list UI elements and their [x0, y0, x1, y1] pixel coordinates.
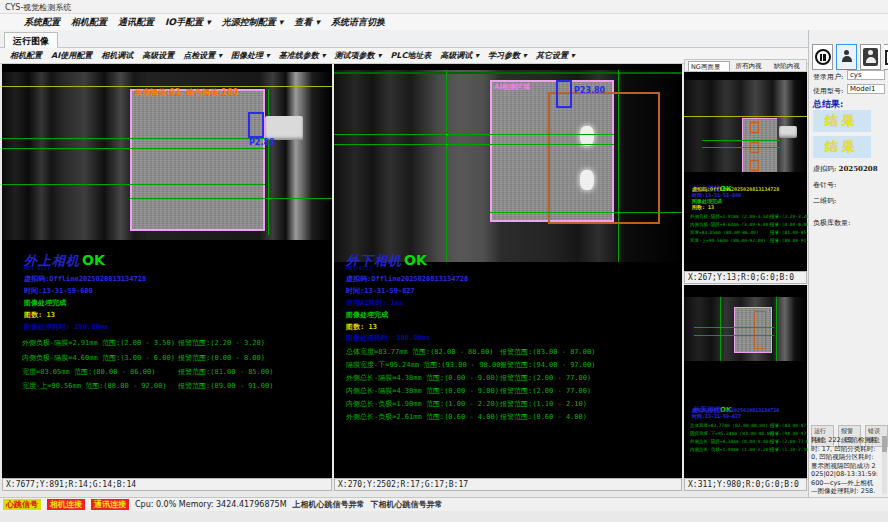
status-ok: OK [80, 252, 105, 268]
elapsed-line: 图像处理耗时: 180.00ms [346, 333, 430, 343]
roi-label: AI检测区域 [494, 82, 530, 92]
alarm-range: 报警范围:(1.10 - 2.10) [500, 399, 587, 409]
measure-line [2, 184, 265, 185]
thumbnail-panel-upper[interactable]: 外上相机OK 虚拟码:Offline2025020813134728 时间:13… [684, 72, 807, 284]
ai-detect-box [548, 92, 660, 224]
measure-line [702, 147, 780, 148]
exit-door-icon: → [885, 50, 888, 65]
alarm-range: 报警范围:(89.00 - 91.00) [178, 381, 273, 391]
tab-row: 运行图像 [0, 30, 888, 48]
user-icon [841, 50, 853, 64]
pixel-coords-thumb-lower: X:311;Y:980;R:0;G:0;B:0 [684, 478, 807, 491]
tool-learning-params[interactable]: 学习参数 ▾ [488, 50, 527, 61]
measurement-row: 内侧总长-负极=1.90mm 范围:(1.00 - 2.20) [346, 399, 499, 409]
status-bar: 心跳信号 相机连接 通讯连接 Cpu: 0.0% Memory: 3424.41… [0, 497, 888, 511]
pause-button[interactable] [812, 44, 833, 70]
weld-spot [580, 126, 594, 146]
ai-elapsed-line: 使用AI耗时: 1ms [346, 298, 404, 308]
measurement-row: 外侧总长-隔膜=4.38mm 范围:(0.00 - 9.00) [346, 373, 499, 383]
user-login-button[interactable] [836, 44, 857, 70]
tab-all-views[interactable]: 所有内视图 [736, 62, 768, 71]
marker-box-upper [248, 112, 264, 138]
measure-line [694, 327, 774, 328]
log-scrollbar[interactable] [882, 436, 887, 494]
tool-plc-address[interactable]: PLC地址表 [390, 50, 431, 61]
status-ok: OK [402, 252, 427, 268]
operator-button[interactable] [860, 44, 881, 70]
comm-connect-badge: 通讯连接 [91, 499, 129, 510]
measurement-row: 内侧总长-隔膜=4.38mm 范围:(0.00 - 9.00) [346, 386, 499, 396]
tool-advanced-settings[interactable]: 高级设置 [142, 50, 174, 61]
measure-line [2, 138, 265, 139]
menu-item-language[interactable]: 系统语言切换 [331, 16, 385, 29]
menu-item-comm-config[interactable]: 通讯配置 [118, 16, 154, 29]
alarm-range: 报警范围:(2.20 - 3.20) [178, 338, 265, 348]
thumbnail-image-upper [684, 80, 807, 172]
operator-icon [863, 48, 878, 66]
tool-image-processing[interactable]: 图像处理 ▾ [231, 50, 270, 61]
tab-run-image[interactable]: 运行图像 [4, 32, 58, 48]
time-line: 时间:13-31-59-600 [24, 286, 93, 296]
measurement-row: 外侧总长-负极=2.61mm 范围:(0.60 - 4.00) [346, 412, 499, 422]
result-badge-upper: 结果 [813, 110, 871, 132]
log-output[interactable]: 耗时: 222, 凹陷检测耗时: 17, 凹陷分类耗时: 0, 凹陷视隔分区耗时… [811, 436, 879, 504]
measure-line-vertical [268, 89, 269, 235]
sidebar: → 登录用户: cys 使用型号: Model1 总结果: 结果 结果 虚拟码:… [808, 30, 888, 497]
lower-camera-heartbeat: 下相机心跳信号异常 [371, 499, 443, 510]
alarm-range: 报警范围:(0.60 - 4.00) [500, 412, 587, 422]
heartbeat-badge: 心跳信号 [3, 499, 41, 510]
thumb-line: 时间:13-31-59-627 [692, 413, 741, 419]
pixel-coords-lower: X:270;Y:2502;R:17;G:17;B:17 [334, 478, 682, 491]
measure-line [702, 140, 780, 141]
model-label: 使用型号: [813, 86, 843, 96]
thumb-measurement: 宽度=83.05mm (80.00-86.00) [690, 230, 759, 235]
menu-item-light-config[interactable]: 光源控制配置 ▾ [222, 16, 284, 29]
thumbnail-image-lower [684, 297, 807, 361]
feature-box [750, 160, 759, 171]
virtual-code-line: 虚拟码:Offline2025020813134728 [24, 274, 146, 284]
menu-item-view[interactable]: 查看 ▾ [294, 16, 320, 29]
alarm-range: 报警范围:(0.00 - 8.00) [178, 353, 265, 363]
tool-baseline-params[interactable]: 基准线参数 ▾ [279, 50, 326, 61]
process-done-line: 图像处理完成 [346, 310, 388, 320]
border-line-green [334, 72, 682, 74]
pixel-coords-upper: X:7677;Y:891;R:14;G:14;B:14 [2, 478, 332, 491]
thumbnail-tabs: NG画面显示 所有内视图 缺陷内视图 [684, 59, 807, 72]
camera-panel-upper[interactable]: 灰度阈值:93, 喷色阈值:100 P2.88 外上相机OK MES:B(1) … [2, 64, 332, 491]
tool-test-params[interactable]: 测试项参数 ▾ [335, 50, 382, 61]
menu-item-system-config[interactable]: 系统配置 [24, 16, 60, 29]
measure-line-vertical [720, 297, 721, 361]
thumb-measurement: 内侧总长-负极=1.90mm (1.00-2.20) [690, 447, 771, 452]
measure-line [694, 335, 774, 336]
login-user-value[interactable]: cys [847, 70, 885, 80]
measure-line [490, 212, 682, 213]
virtual-code-value: 20250208 [839, 164, 878, 173]
tool-spot-check[interactable]: 点检设置 ▾ [183, 50, 222, 61]
virtual-code-label: 虚拟码: 20250208 [813, 164, 878, 174]
tool-camera-config[interactable]: 相机配置 [10, 50, 42, 61]
thumbnail-panel-lower[interactable]: 外下相机OK 虚拟码:Offline2025020813134728 时间:13… [684, 285, 807, 491]
marker-box-lower [556, 80, 572, 108]
model-value[interactable]: Model1 [847, 84, 885, 94]
measurement-row: 宽度=83.05mm 范围:(80.00 - 86.00) [22, 367, 155, 377]
tab-defect-views[interactable]: 缺陷内视图 [774, 62, 806, 71]
ai-detect-box [754, 311, 766, 349]
tool-advanced-debug[interactable]: 高级调试 ▾ [440, 50, 479, 61]
threshold-overlay-text: 灰度阈值:93, 喷色阈值:100 [134, 87, 238, 98]
menu-item-camera-config[interactable]: 相机配置 [71, 16, 107, 29]
tool-other-settings[interactable]: 其它设置 ▾ [536, 50, 575, 61]
alarm-range: 报警范围:(2.00 - 77.00) [500, 373, 591, 383]
exit-button[interactable]: → [884, 44, 888, 70]
tool-ai-config[interactable]: AI使用配置 [51, 50, 92, 61]
camera-panel-lower[interactable]: AI检测区域 P23.80 外下相机OK MES:B(1) 虚拟码:Offlin… [334, 64, 682, 491]
thumb-line: 图数: 13 [692, 204, 714, 210]
thumb-measurement: 内侧负极-隔膜=4.60mm (3.00-6.00) [690, 222, 771, 227]
tool-camera-debug[interactable]: 相机调试 [101, 50, 133, 61]
frame-count-line: 图数: 13 [346, 322, 377, 332]
result-badge-lower: 结果 [813, 136, 871, 158]
menu-item-io-config[interactable]: IO手配置 ▾ [165, 16, 211, 29]
pixel-coords-thumb-upper: X:267;Y:13;R:0;G:0;B:0 [684, 271, 807, 284]
log-scrollbar-thumb[interactable] [882, 436, 887, 452]
tab-ng-display[interactable]: NG画面显示 [688, 61, 730, 71]
qr-code-label: 二维码: [813, 196, 836, 206]
